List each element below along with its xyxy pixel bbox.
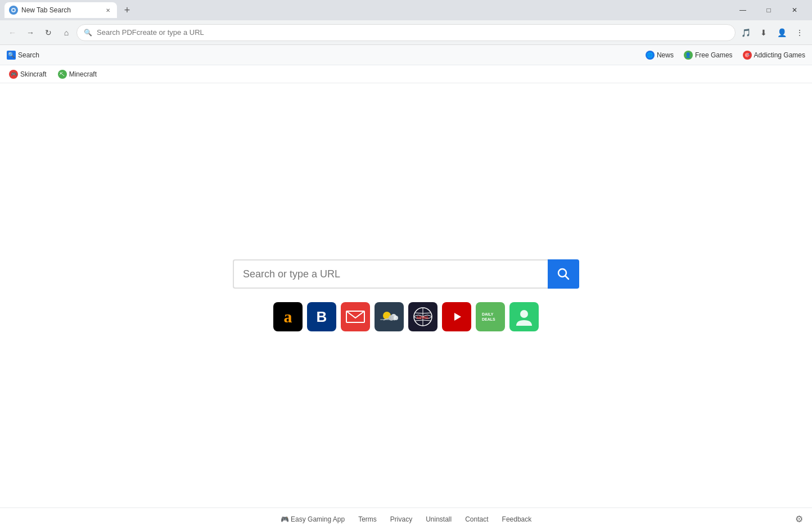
weather-icon — [378, 306, 400, 328]
fav-minecraft[interactable]: ⛏ Minecraft — [53, 68, 101, 80]
new-tab-button[interactable]: + — [119, 2, 135, 18]
maximize-button[interactable]: □ — [756, 0, 782, 20]
profile-button[interactable]: 👤 — [774, 25, 790, 41]
minimize-button[interactable]: — — [730, 0, 756, 20]
bookmarks-bar: 🔍 Search 🌐 News 👤 Free Games 🎯 Addicting… — [0, 45, 812, 65]
skincraft-favicon: 🎮 — [9, 70, 18, 79]
minecraft-label: Minecraft — [69, 70, 97, 78]
search-bm-icon: 🔍 — [7, 51, 16, 60]
forward-button[interactable]: → — [22, 25, 38, 41]
svg-line-3 — [565, 276, 569, 279]
footer-gaming-icon: 🎮 — [281, 515, 289, 523]
main-search-button[interactable] — [548, 259, 579, 289]
news-bm-label: News — [657, 51, 674, 59]
main-search-input[interactable] — [233, 259, 548, 289]
shortcut-weather[interactable] — [375, 302, 404, 331]
main-content: a B — [0, 83, 812, 507]
footer-contact[interactable]: Contact — [465, 515, 488, 523]
shortcut-amazon[interactable]: a — [273, 302, 303, 331]
person-icon — [513, 306, 535, 328]
menu-button[interactable]: ⋮ — [792, 25, 808, 41]
search-bm-label: Search — [18, 51, 39, 59]
footer: 🎮 Easy Gaming App Terms Privacy Uninstal… — [0, 507, 812, 530]
shortcut-daily-deals[interactable]: DAILY DEALS — [476, 302, 505, 331]
youtube-icon — [445, 306, 468, 328]
bookmark-addicting-games[interactable]: 🎯 Addicting Games — [738, 48, 810, 62]
main-search-container — [233, 259, 579, 289]
addressbar: ← → ↻ ⌂ 🔍 🎵 ⬇ 👤 ⋮ — [0, 20, 812, 45]
shortcut-person[interactable] — [509, 302, 539, 331]
svg-text:DEALS: DEALS — [482, 317, 495, 321]
news-icon: NEWS — [412, 306, 434, 328]
addicting-games-bm-icon: 🎯 — [743, 51, 752, 60]
svg-text:DAILY: DAILY — [482, 312, 494, 316]
svg-point-11 — [394, 316, 398, 320]
window-controls: — □ ✕ — [730, 0, 808, 20]
address-input[interactable] — [97, 28, 728, 37]
titlebar: New Tab Search ✕ + — □ ✕ — [0, 0, 812, 20]
settings-icon[interactable]: ⚙ — [795, 514, 803, 524]
back-button[interactable]: ← — [4, 25, 20, 41]
shortcut-youtube[interactable] — [442, 302, 471, 331]
footer-gaming-label: Easy Gaming App — [291, 515, 345, 523]
extension-button[interactable]: 🎵 — [738, 25, 754, 41]
news-bm-icon: 🌐 — [646, 51, 655, 60]
footer-terms[interactable]: Terms — [358, 515, 377, 523]
lock-icon: 🔍 — [84, 29, 92, 37]
shortcut-news[interactable]: NEWS — [408, 302, 437, 331]
bookmark-free-games[interactable]: 👤 Free Games — [679, 48, 737, 62]
svg-point-1 — [12, 9, 15, 11]
minecraft-favicon: ⛏ — [58, 70, 67, 79]
active-tab[interactable]: New Tab Search ✕ — [4, 2, 117, 18]
fav-skincraft[interactable]: 🎮 Skincraft — [4, 68, 51, 80]
shortcut-mail[interactable] — [341, 302, 370, 331]
close-button[interactable]: ✕ — [782, 0, 808, 20]
footer-privacy[interactable]: Privacy — [390, 515, 412, 523]
addicting-games-bm-label: Addicting Games — [754, 51, 805, 59]
svg-rect-18 — [479, 306, 502, 328]
tab-favicon — [9, 6, 18, 15]
tab-title: New Tab Search — [21, 6, 71, 14]
footer-easy-gaming-app[interactable]: 🎮 Easy Gaming App — [281, 515, 345, 523]
footer-feedback[interactable]: Feedback — [502, 515, 532, 523]
free-games-bm-icon: 👤 — [684, 51, 693, 60]
free-games-bm-label: Free Games — [695, 51, 733, 59]
titlebar-left: New Tab Search ✕ + — [4, 2, 135, 18]
shortcut-booking[interactable]: B — [307, 302, 336, 331]
addressbar-actions: 🎵 ⬇ 👤 ⋮ — [738, 25, 808, 41]
daily-deals-icon: DAILY DEALS — [479, 306, 502, 328]
shortcuts-row: a B — [273, 302, 539, 331]
mail-icon — [345, 309, 366, 325]
svg-point-22 — [520, 310, 528, 318]
search-bookmark[interactable]: 🔍 Search — [2, 48, 44, 62]
home-button[interactable]: ⌂ — [58, 25, 74, 41]
favorites-bar: 🎮 Skincraft ⛏ Minecraft — [0, 65, 812, 83]
reload-button[interactable]: ↻ — [40, 25, 56, 41]
search-icon — [557, 268, 570, 280]
address-bar-wrap: 🔍 — [76, 24, 736, 41]
svg-point-10 — [389, 315, 394, 321]
downloads-button[interactable]: ⬇ — [756, 25, 772, 41]
svg-text:NEWS: NEWS — [417, 316, 428, 320]
footer-uninstall[interactable]: Uninstall — [426, 515, 452, 523]
bookmark-news[interactable]: 🌐 News — [641, 48, 678, 62]
skincraft-label: Skincraft — [20, 70, 47, 78]
tab-close-button[interactable]: ✕ — [103, 6, 112, 15]
